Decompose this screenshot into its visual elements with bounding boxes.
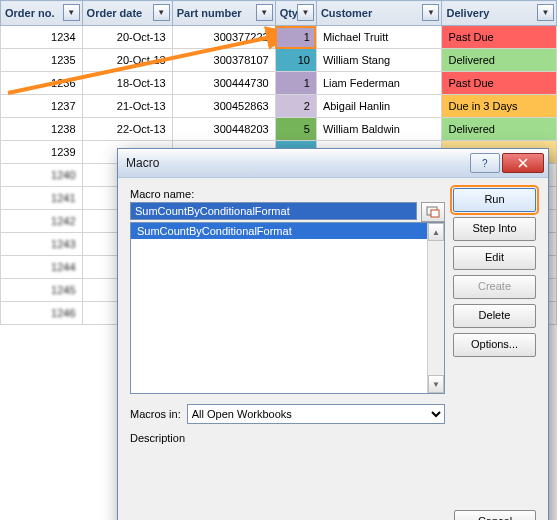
cell-order-no[interactable]: 1239: [1, 141, 83, 164]
delete-button[interactable]: Delete: [453, 304, 536, 328]
macro-name-label: Macro name:: [130, 188, 445, 200]
run-button[interactable]: Run: [453, 188, 536, 212]
cell-order-no[interactable]: 1245: [1, 279, 83, 302]
cell-order-no[interactable]: 1242: [1, 210, 83, 233]
cell-delivery[interactable]: Delivered: [442, 118, 557, 141]
header-label: Delivery: [446, 7, 489, 19]
cell-part[interactable]: 300448203: [172, 118, 275, 141]
filter-dropdown-icon[interactable]: ▼: [297, 4, 314, 21]
cell-order-no[interactable]: 1244: [1, 256, 83, 279]
cell-order-no[interactable]: 1238: [1, 118, 83, 141]
col-header-order-date[interactable]: Order date▼: [82, 1, 172, 26]
cell-delivery[interactable]: Due in 3 Days: [442, 95, 557, 118]
cell-order-date[interactable]: 20-Oct-13: [82, 26, 172, 49]
cell-qty[interactable]: 10: [275, 49, 316, 72]
macros-in-label: Macros in:: [130, 408, 181, 420]
header-label: Part number: [177, 7, 242, 19]
col-header-order-no[interactable]: Order no.▼: [1, 1, 83, 26]
cell-order-no[interactable]: 1243: [1, 233, 83, 256]
filter-dropdown-icon[interactable]: ▼: [153, 4, 170, 21]
scroll-up-icon[interactable]: ▲: [428, 223, 444, 241]
filter-dropdown-icon[interactable]: ▼: [256, 4, 273, 21]
listbox-scrollbar[interactable]: ▲ ▼: [427, 223, 444, 393]
refedit-icon[interactable]: [421, 202, 445, 222]
edit-button[interactable]: Edit: [453, 246, 536, 270]
cell-part[interactable]: 300377222: [172, 26, 275, 49]
macro-dialog: Macro ? Macro name: SumCountByConditiona…: [117, 148, 549, 520]
cell-customer[interactable]: William Stang: [316, 49, 442, 72]
svg-rect-4: [431, 210, 439, 217]
cell-order-date[interactable]: 18-Oct-13: [82, 72, 172, 95]
cell-delivery[interactable]: Past Due: [442, 72, 557, 95]
header-label: Customer: [321, 7, 372, 19]
table-row: 123822-Oct-133004482035William BaldwinDe…: [1, 118, 557, 141]
list-item[interactable]: SumCountByConditionalFormat: [131, 223, 444, 239]
filter-dropdown-icon[interactable]: ▼: [537, 4, 554, 21]
table-row: 123420-Oct-133003772221Michael TruittPas…: [1, 26, 557, 49]
cancel-button[interactable]: Cancel: [454, 510, 536, 520]
cell-qty[interactable]: 1: [275, 26, 316, 49]
col-header-qty[interactable]: Qty.▼: [275, 1, 316, 26]
cell-order-no[interactable]: 1235: [1, 49, 83, 72]
cell-qty[interactable]: 1: [275, 72, 316, 95]
cell-order-date[interactable]: 21-Oct-13: [82, 95, 172, 118]
cell-qty[interactable]: 2: [275, 95, 316, 118]
col-header-part-number[interactable]: Part number▼: [172, 1, 275, 26]
create-button: Create: [453, 275, 536, 299]
cell-qty[interactable]: 5: [275, 118, 316, 141]
macro-listbox[interactable]: SumCountByConditionalFormat ▲ ▼: [130, 222, 445, 394]
help-button[interactable]: ?: [470, 153, 500, 173]
cell-order-date[interactable]: 20-Oct-13: [82, 49, 172, 72]
filter-dropdown-icon[interactable]: ▼: [63, 4, 80, 21]
cell-order-no[interactable]: 1234: [1, 26, 83, 49]
table-row: 123618-Oct-133004447301Liam FedermanPast…: [1, 72, 557, 95]
cell-delivery[interactable]: Delivered: [442, 49, 557, 72]
cell-order-no[interactable]: 1240: [1, 164, 83, 187]
dialog-titlebar[interactable]: Macro ?: [118, 149, 548, 178]
macro-name-input[interactable]: [130, 202, 417, 220]
cell-customer[interactable]: William Baldwin: [316, 118, 442, 141]
cell-order-no[interactable]: 1241: [1, 187, 83, 210]
header-label: Order date: [87, 7, 143, 19]
cell-customer[interactable]: Michael Truitt: [316, 26, 442, 49]
description-label: Description: [130, 432, 445, 444]
cell-part[interactable]: 300452863: [172, 95, 275, 118]
cell-order-date[interactable]: 22-Oct-13: [82, 118, 172, 141]
scroll-down-icon[interactable]: ▼: [428, 375, 444, 393]
cell-order-no[interactable]: 1246: [1, 302, 83, 325]
header-label: Order no.: [5, 7, 55, 19]
table-row: 123721-Oct-133004528632Abigail HanlinDue…: [1, 95, 557, 118]
col-header-customer[interactable]: Customer▼: [316, 1, 442, 26]
step-into-button[interactable]: Step Into: [453, 217, 536, 241]
cell-order-no[interactable]: 1236: [1, 72, 83, 95]
cell-part[interactable]: 300444730: [172, 72, 275, 95]
options-button[interactable]: Options...: [453, 333, 536, 357]
dialog-title: Macro: [126, 156, 468, 170]
svg-text:?: ?: [482, 158, 488, 168]
cell-customer[interactable]: Liam Federman: [316, 72, 442, 95]
close-button[interactable]: [502, 153, 544, 173]
description-area: [130, 454, 445, 494]
cell-part[interactable]: 300378107: [172, 49, 275, 72]
filter-dropdown-icon[interactable]: ▼: [422, 4, 439, 21]
cell-customer[interactable]: Abigail Hanlin: [316, 95, 442, 118]
macros-in-select[interactable]: All Open Workbooks: [187, 404, 445, 424]
col-header-delivery[interactable]: Delivery▼: [442, 1, 557, 26]
table-row: 123520-Oct-1330037810710William StangDel…: [1, 49, 557, 72]
cell-delivery[interactable]: Past Due: [442, 26, 557, 49]
cell-order-no[interactable]: 1237: [1, 95, 83, 118]
